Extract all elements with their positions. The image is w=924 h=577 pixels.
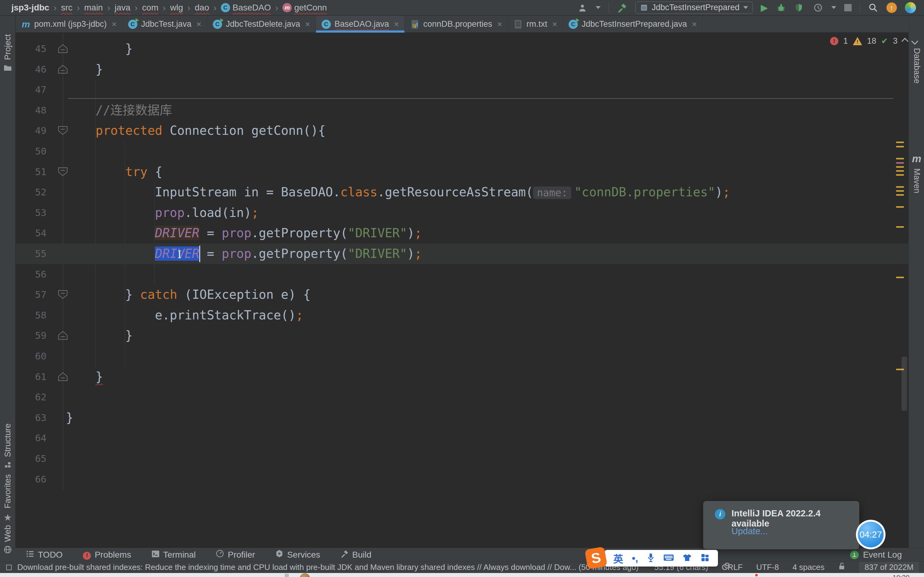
breadcrumb-item-getConn[interactable]: mgetConn (283, 3, 327, 13)
user-dropdown-icon[interactable] (596, 6, 601, 9)
event-log-button[interactable]: 1 Event Log (850, 550, 924, 560)
breadcrumb-item-src[interactable]: src (61, 3, 73, 13)
code-line-63[interactable]: 63} (16, 408, 909, 428)
tool-stripe-database[interactable]: Database (909, 48, 924, 84)
tool-window-button-todo[interactable]: TODO (26, 550, 63, 560)
tab-JdbcTestInsertPrepared.java[interactable]: CJdbcTestInsertPrepared.java× (563, 16, 703, 32)
error-stripe-mark[interactable] (896, 146, 904, 147)
breadcrumb-item-dao[interactable]: dao (195, 3, 209, 13)
fold-up-icon[interactable] (58, 44, 68, 55)
error-stripe-mark[interactable] (896, 166, 904, 168)
code-line-58[interactable]: 58e.printStackTrace(); (16, 305, 909, 326)
sogou-logo-icon[interactable]: S (585, 546, 607, 569)
tool-stripe-project[interactable]: Project (0, 34, 15, 73)
screen-timer-overlay[interactable]: 04:27 (856, 520, 885, 549)
code-line-45[interactable]: 45} (16, 39, 909, 59)
user-icon[interactable] (577, 2, 588, 13)
close-icon[interactable]: × (552, 19, 557, 29)
error-stripe-mark[interactable] (896, 190, 904, 192)
fold-up-icon[interactable] (58, 330, 68, 342)
keyboard-icon[interactable] (664, 554, 674, 563)
code-line-55[interactable]: 55DRIVER = prop.getProperty("DRIVER"); (16, 243, 909, 264)
debug-icon[interactable] (776, 2, 786, 13)
update-notification[interactable]: i IntelliJ IDEA 2022.2.4 available Updat… (703, 501, 859, 549)
code-editor[interactable]: 45}46}4748//连接数据库49protected Connection … (16, 33, 909, 548)
status-message[interactable]: Download pre-built shared indexes: Reduc… (17, 562, 639, 572)
code-line-56[interactable]: 56 (16, 264, 909, 285)
breadcrumb-item-jsp3-jdbc[interactable]: jsp3-jdbc (11, 3, 49, 13)
close-icon[interactable]: × (112, 19, 117, 29)
build-hammer-icon[interactable] (617, 2, 627, 13)
close-icon[interactable]: × (497, 19, 502, 29)
profiler-dropdown-icon[interactable] (831, 6, 836, 9)
gear-icon[interactable]: ⚙ (723, 561, 731, 571)
error-stripe-mark[interactable] (896, 174, 904, 176)
tab-JdbcTest.java[interactable]: CJdbcTest.java× (123, 16, 207, 32)
tool-stripe-maven[interactable]: mMaven (909, 153, 924, 193)
ime-mode-indicator[interactable]: 英 (613, 551, 623, 565)
error-stripe-mark[interactable] (896, 158, 904, 160)
breadcrumb-item-com[interactable]: com (142, 3, 158, 13)
code-line-62[interactable]: 62 (16, 387, 909, 408)
breadcrumb-item-BaseDAO[interactable]: CBaseDAO (221, 3, 271, 13)
breadcrumb-item-java[interactable]: java (115, 3, 130, 13)
error-stripe-mark[interactable] (896, 186, 904, 188)
file-encoding[interactable]: UTF-8 (756, 562, 779, 572)
fold-down-icon[interactable] (58, 290, 68, 301)
error-stripe-mark[interactable] (896, 162, 904, 164)
code-line-53[interactable]: 53prop.load(in); (16, 203, 909, 223)
input-method-bar[interactable]: 英 •, (604, 550, 718, 567)
close-icon[interactable]: × (692, 19, 697, 29)
inspections-widget[interactable]: ! 1 ! 18 ✔ 3 (830, 36, 917, 46)
coverage-icon[interactable] (794, 2, 805, 13)
tool-window-toggle-icon[interactable] (6, 565, 12, 570)
error-stripe-mark[interactable] (896, 277, 904, 278)
run-configuration-select[interactable]: JdbcTestInsertPrepared (635, 2, 753, 14)
fold-down-icon[interactable] (58, 167, 68, 178)
breadcrumb-item-wlg[interactable]: wlg (170, 3, 183, 13)
code-line-66[interactable]: 66 (16, 469, 909, 490)
close-icon[interactable]: × (394, 19, 399, 29)
code-line-54[interactable]: 54DRIVER = prop.getProperty("DRIVER"); (16, 223, 909, 243)
code-line-50[interactable]: 50 (16, 141, 909, 161)
error-stripe-mark[interactable] (896, 226, 904, 228)
error-stripe-mark[interactable] (896, 142, 904, 143)
update-available-icon[interactable]: ↑ (887, 2, 897, 13)
close-icon[interactable]: × (197, 19, 202, 29)
tab-JdbcTestDelete.java[interactable]: CJdbcTestDelete.java× (207, 16, 316, 32)
code-line-46[interactable]: 46} (16, 59, 909, 80)
error-stripe-mark[interactable] (896, 170, 904, 172)
code-line-65[interactable]: 65 (16, 448, 909, 469)
tab-connDB.properties[interactable]: connDB.properties× (405, 16, 508, 32)
code-line-60[interactable]: 60 (16, 346, 909, 366)
code-line-52[interactable]: 52InputStream in = BaseDAO.class.getReso… (16, 182, 909, 203)
code-line-49[interactable]: 49protected Connection getConn(){ (16, 120, 909, 141)
chevron-down-icon[interactable] (911, 37, 918, 45)
emoticon-icon[interactable]: •, (632, 553, 638, 564)
toolbox-icon[interactable] (701, 553, 709, 563)
run-icon[interactable]: ▶ (761, 2, 768, 13)
code-line-48[interactable]: 48//连接数据库 (16, 100, 909, 121)
lock-icon[interactable] (838, 562, 845, 572)
tool-stripe-favorites[interactable]: Favorites★ (0, 474, 15, 523)
fold-up-icon[interactable] (58, 64, 68, 76)
memory-indicator[interactable]: 837 of 2022M (859, 562, 919, 573)
update-link[interactable]: Update... (732, 526, 768, 537)
skin-icon[interactable] (683, 553, 692, 563)
tool-window-button-profiler[interactable]: Profiler (216, 550, 255, 560)
code-line-57[interactable]: 57} catch (IOException e) { (16, 284, 909, 305)
error-stripe-mark[interactable] (896, 194, 904, 196)
tool-window-button-problems[interactable]: !Problems (83, 550, 131, 560)
tool-window-button-build[interactable]: Build (341, 550, 372, 560)
profile-sphere-icon[interactable] (905, 2, 916, 13)
tab-BaseDAO.java[interactable]: CBaseDAO.java× (316, 16, 405, 32)
profiler-icon[interactable] (813, 2, 823, 13)
fold-down-icon[interactable] (58, 126, 68, 137)
error-stripe-mark[interactable] (896, 206, 904, 208)
search-icon[interactable] (868, 2, 879, 13)
tool-window-button-services[interactable]: Services (275, 550, 320, 560)
indent-setting[interactable]: 4 spaces (793, 562, 824, 572)
code-line-47[interactable]: 47 (16, 79, 909, 100)
tool-stripe-web[interactable]: Web (0, 525, 15, 556)
stop-icon[interactable] (844, 4, 851, 11)
